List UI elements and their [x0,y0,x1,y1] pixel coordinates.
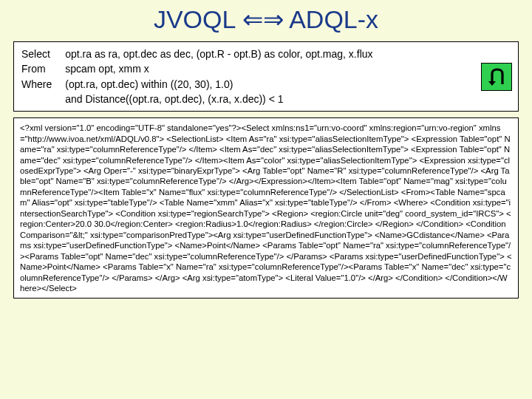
sql-block: Select From Where opt.ra as ra, opt.dec … [13,41,519,112]
u-turn-icon [481,63,512,91]
sql-keywords: Select From Where [21,47,52,106]
keyword-select: Select [21,47,52,61]
sql-line: and Distance((opt.ra, opt.dec), (x.ra, x… [65,92,511,106]
sql-line: opt.ra as ra, opt.dec as dec, (opt.R - o… [65,47,511,61]
keyword-where: Where [21,77,52,92]
page-title: JVOQL ⇐⇒ ADQL-x [0,0,532,38]
sql-line: (opt.ra, opt.dec) within ((20, 30), 1.0) [65,77,511,92]
sql-body: opt.ra as ra, opt.dec as dec, (opt.R - o… [65,47,511,106]
keyword-from: From [21,61,52,76]
xml-block: <?xml version="1.0" encoding="UTF-8" sta… [13,117,519,299]
sql-line: spcam opt, xmm x [65,61,511,76]
